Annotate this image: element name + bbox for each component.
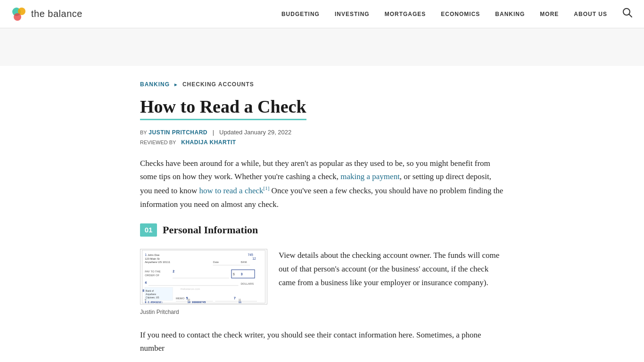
svg-text:$: $ [233, 272, 235, 276]
svg-text:Anywhere US 10111: Anywhere US 10111 [145, 261, 170, 264]
breadcrumb-current: CHECKING ACCOUNTS [182, 81, 254, 88]
footnote-ref-1: [1] [264, 185, 270, 191]
nav-item-economics[interactable]: ECONOMICS [441, 11, 480, 17]
svg-text:10: 10 [188, 299, 190, 301]
nav-item-more[interactable]: MORE [540, 11, 559, 17]
section-1-number: 01 [140, 223, 157, 237]
svg-text:2: 2 [173, 270, 174, 273]
svg-text:123 Main St: 123 Main St [145, 257, 160, 260]
article-main: BANKING ► CHECKING ACCOUNTS How to Read … [129, 66, 515, 362]
svg-text:12: 12 [252, 257, 256, 260]
article-body: Checks have been around for a while, but… [140, 157, 504, 356]
svg-text:11: 11 [239, 301, 241, 304]
nav-item-banking[interactable]: BANKING [495, 11, 525, 17]
svg-text:1: 1 [145, 253, 147, 256]
main-nav: BUDGETING INVESTING MORTGAGES ECONOMICS … [281, 8, 633, 20]
svg-text:BANK: BANK [241, 262, 248, 264]
section-1-para-2: If you need to contact the check writer,… [140, 329, 504, 356]
svg-text:745: 745 [248, 253, 253, 256]
svg-text:MEMO: MEMO [176, 297, 185, 300]
svg-text:ORDER OF: ORDER OF [145, 274, 159, 277]
svg-text:Anywhere: Anywhere [146, 294, 156, 296]
nav-item-investing[interactable]: INVESTING [335, 11, 370, 17]
breadcrumb-separator: ► [173, 82, 179, 87]
svg-text:3: 3 [241, 272, 243, 276]
site-header: the balance BUDGETING INVESTING MORTGAGE… [0, 0, 644, 28]
author-name-link[interactable]: JUSTIN PRITCHARD [149, 129, 207, 136]
svg-text:PAY TO THE: PAY TO THE [145, 270, 161, 273]
reviewer-name-link[interactable]: KHADIJA KHARTIT [181, 139, 236, 146]
svg-line-4 [629, 15, 632, 17]
svg-text:DOLLARS: DOLLARS [241, 282, 254, 285]
intro-link-1[interactable]: making a payment [340, 172, 400, 181]
svg-text:8: 8 [142, 289, 144, 293]
logo-icon [11, 7, 26, 22]
section-1-image-area: 1 John Doe 745 123 Main St Anywhere US 1… [140, 249, 267, 317]
svg-text:thebalance.com: thebalance.com [181, 288, 200, 291]
logo-link[interactable]: the balance [11, 7, 83, 22]
svg-text:Citytown, US: Citytown, US [146, 296, 159, 299]
reviewer-info: REVIEWED BY KHADIJA KHARTIT [140, 139, 504, 146]
intro-paragraph: Checks have been around for a while, but… [140, 157, 504, 212]
image-caption: Justin Pritchard [140, 307, 267, 317]
svg-text:10 000000745: 10 000000745 [188, 301, 206, 304]
section-1-content: 1 John Doe 745 123 Main St Anywhere US 1… [140, 249, 504, 317]
svg-text:9 C:654321C:: 9 C:654321C: [145, 301, 163, 304]
svg-text:7: 7 [234, 296, 236, 300]
ad-banner [0, 28, 644, 66]
article-title: How to Read a Check [140, 96, 306, 120]
intro-link-2[interactable]: how to read a check [199, 186, 264, 195]
author-info: BY JUSTIN PRITCHARD | Updated January 29… [140, 129, 504, 136]
svg-text:4: 4 [145, 281, 147, 284]
svg-point-2 [14, 13, 21, 21]
updated-text: Updated January 29, 2022 [219, 129, 291, 136]
nav-item-mortgages[interactable]: MORTGAGES [385, 11, 426, 17]
svg-rect-20 [231, 270, 255, 278]
logo-text: the balance [31, 8, 83, 19]
by-label: BY [140, 130, 147, 135]
breadcrumb: BANKING ► CHECKING ACCOUNTS [140, 81, 504, 88]
section-1-para-1: View details about the checking account … [279, 249, 504, 290]
breadcrumb-parent-link[interactable]: BANKING [140, 81, 170, 88]
nav-item-about-us[interactable]: ABOUT US [574, 11, 607, 17]
svg-text:9: 9 [145, 299, 146, 301]
section-1-heading: 01 Personal Information [140, 221, 504, 239]
svg-text:John Doe: John Doe [148, 254, 159, 256]
section-1-title: Personal Information [163, 221, 258, 239]
section-1-text: View details about the checking account … [279, 249, 504, 299]
svg-text:Date: Date [213, 261, 219, 264]
search-icon[interactable] [622, 8, 633, 20]
svg-text:11: 11 [239, 299, 241, 301]
svg-text:Bank of: Bank of [146, 290, 154, 293]
reviewed-label: REVIEWED BY [140, 140, 176, 145]
check-image: 1 John Doe 745 123 Main St Anywhere US 1… [140, 249, 267, 304]
nav-item-budgeting[interactable]: BUDGETING [281, 11, 320, 17]
